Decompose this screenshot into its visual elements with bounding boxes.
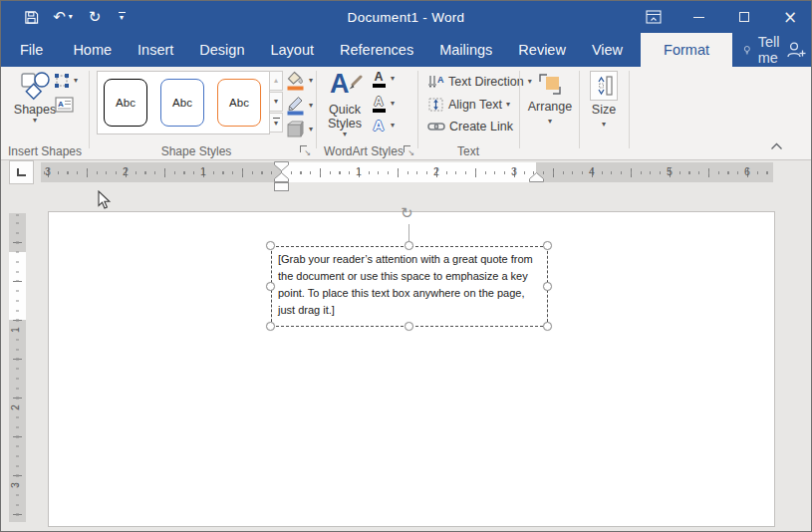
tab-design[interactable]: Design [186, 33, 257, 67]
h-ruler-number: 2 [433, 165, 439, 177]
tab-references[interactable]: References [327, 33, 426, 67]
shape-style-option-3[interactable]: Abc [217, 79, 261, 127]
v-ruler-number: 1 [9, 327, 21, 333]
text-box-text: [Grab your reader’s attention with a gre… [278, 251, 543, 319]
svg-text:A: A [437, 75, 444, 85]
create-link-label: Create Link [449, 120, 513, 133]
h-ruler-number: 3 [511, 165, 517, 177]
shape-outline-icon [286, 96, 305, 116]
rotation-handle[interactable]: ↻ [401, 204, 413, 222]
tab-review[interactable]: Review [505, 33, 579, 67]
ribbon: Shapes ▾ ▾ A Insert Shapes AbcAbcAbc [1, 67, 811, 160]
h-ruler-number: 6 [744, 165, 750, 177]
tab-view[interactable]: View [579, 33, 636, 67]
h-ruler-number: 4 [589, 165, 595, 177]
gallery-scroll-up-button[interactable]: ▴ [269, 71, 283, 91]
align-text-icon [427, 97, 444, 113]
word-window: ↶ ▾ ↻ ▾ Document1 - Word × File [0, 0, 812, 532]
maximize-icon [739, 12, 749, 22]
text-box-icon: A [55, 97, 74, 113]
shape-effects-icon [286, 121, 305, 138]
mouse-cursor [98, 190, 112, 210]
tab-format[interactable]: Format [641, 33, 732, 67]
tab-selector[interactable] [9, 160, 34, 184]
resize-handle-sw[interactable] [266, 322, 275, 331]
tell-me-button[interactable]: Tell me [743, 33, 785, 67]
collapse-ribbon-button[interactable] [770, 142, 783, 150]
edit-points-icon [54, 73, 70, 89]
title-bar: ↶ ▾ ↻ ▾ Document1 - Word × [1, 1, 811, 33]
align-text-button[interactable]: Align Text ▾ [427, 97, 510, 113]
h-ruler-number: 1 [200, 165, 206, 177]
tab-insert[interactable]: Insert [125, 33, 186, 67]
text-effects-icon: A [371, 119, 387, 132]
resize-handle-ne[interactable] [543, 241, 552, 250]
v-ruler-number: 2 [9, 404, 21, 410]
text-outline-button[interactable]: A ▾ [371, 96, 395, 113]
tab-home[interactable]: Home [60, 33, 125, 67]
first-line-indent-marker[interactable] [274, 161, 289, 171]
left-indent-marker[interactable] [274, 182, 289, 191]
resize-handle-nw[interactable] [266, 241, 275, 250]
resize-handle-w[interactable] [266, 282, 275, 291]
h-ruler-number: 1 [356, 165, 362, 177]
dialog-launcher-wordart-styles[interactable]: ↘ [404, 145, 414, 156]
dialog-launcher-shape-styles[interactable]: ↘ [300, 145, 311, 156]
quick-styles-button[interactable]: A Quick Styles ▾ [321, 69, 369, 138]
tabrow-right [785, 33, 812, 67]
gallery-scroll-down-button[interactable]: ▾ [269, 92, 283, 112]
maximize-button[interactable] [727, 1, 761, 33]
create-link-icon [427, 121, 445, 133]
shape-effects-button[interactable]: ▾ [286, 121, 313, 138]
resize-handle-se[interactable] [543, 322, 552, 331]
tab-mailings[interactable]: Mailings [426, 33, 505, 67]
group-label-shape-styles: Shape Styles [161, 144, 232, 158]
text-direction-icon: A [427, 74, 444, 90]
shape-style-option-1[interactable]: Abc [104, 79, 147, 127]
tab-file[interactable]: File [3, 33, 60, 67]
edit-shape-button[interactable]: ▾ [54, 73, 78, 89]
text-outline-icon: A [371, 96, 387, 113]
minimize-button[interactable] [681, 1, 715, 33]
tab-stop-icon [17, 168, 26, 176]
shapes-icon [19, 71, 51, 101]
group-label-wordart-styles: WordArt Styles [324, 144, 404, 158]
arrange-icon [537, 72, 563, 98]
right-indent-marker[interactable] [529, 172, 544, 182]
arrange-label: Arrange [528, 100, 572, 114]
h-ruler-number: 2 [123, 165, 129, 177]
group-label-insert-shapes: Insert Shapes [8, 144, 82, 158]
share-button[interactable] [785, 41, 807, 59]
arrange-button[interactable]: Arrange ▾ [525, 72, 575, 126]
main-tabs: HomeInsertDesignLayoutReferencesMailings… [60, 33, 636, 67]
close-button[interactable]: × [773, 1, 807, 33]
rotation-stem [408, 224, 409, 242]
shape-fill-button[interactable]: ▾ [286, 71, 313, 91]
gallery-more-button[interactable]: ▾ [269, 113, 283, 133]
ribbon-tab-row: File HomeInsertDesignLayoutReferencesMai… [1, 33, 811, 67]
group-label-text: Text [457, 144, 479, 158]
resize-handle-s[interactable] [405, 322, 413, 331]
text-effects-button[interactable]: A ▾ [371, 119, 395, 132]
resize-handle-n[interactable] [405, 241, 413, 250]
resize-handle-e[interactable] [543, 282, 552, 291]
hanging-indent-marker[interactable] [274, 172, 289, 182]
size-button[interactable]: Size ▾ [585, 71, 623, 129]
text-direction-label: Text Direction [448, 75, 524, 89]
shape-style-option-2[interactable]: Abc [160, 79, 204, 127]
text-fill-button[interactable]: A ▾ [371, 71, 395, 88]
tab-layout[interactable]: Layout [257, 33, 327, 67]
ribbon-display-options-button[interactable] [637, 1, 671, 33]
lightbulb-icon [743, 42, 751, 59]
svg-text:A: A [58, 100, 64, 109]
text-direction-button[interactable]: A Text Direction ▾ [427, 74, 532, 90]
vertical-ruler[interactable]: 123 [9, 213, 26, 522]
shape-outline-button[interactable]: ▾ [286, 96, 313, 116]
size-label: Size [592, 103, 616, 117]
draw-text-box-button[interactable]: A [55, 97, 74, 113]
minimize-icon [693, 17, 704, 18]
shape-fill-icon [286, 71, 305, 91]
horizontal-ruler[interactable]: 321123456 [41, 162, 773, 182]
v-ruler-number: 3 [9, 482, 21, 488]
create-link-button[interactable]: Create Link [427, 120, 513, 133]
